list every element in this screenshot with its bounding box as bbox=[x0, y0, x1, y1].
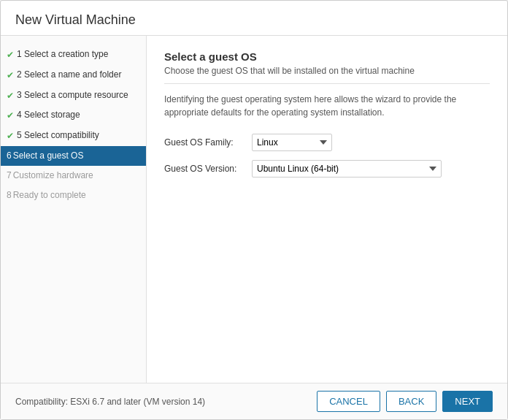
back-button[interactable]: BACK bbox=[386, 391, 436, 412]
sidebar-item-label: 4 Select storage bbox=[17, 109, 80, 121]
check-icon: ✔ bbox=[7, 90, 14, 102]
next-button[interactable]: NEXT bbox=[442, 391, 493, 412]
sidebar-item-label: Customize hardware bbox=[13, 169, 93, 182]
guest-os-family-row: Guest OS Family: LinuxWindowsOther bbox=[164, 134, 490, 151]
sidebar-item-step5[interactable]: ✔5 Select compatibility bbox=[1, 126, 146, 146]
step-number: 7 bbox=[7, 169, 12, 182]
sidebar: ✔1 Select a creation type✔2 Select a nam… bbox=[1, 36, 147, 383]
step-number: 6 bbox=[7, 150, 12, 162]
guest-os-version-row: Guest OS Version: Ubuntu Linux (64-bit)U… bbox=[164, 160, 490, 177]
section-title: Select a guest OS bbox=[164, 50, 490, 63]
sidebar-item-label: 2 Select a name and folder bbox=[17, 69, 121, 81]
sidebar-item-step8: 8 Ready to complete bbox=[1, 186, 146, 205]
sidebar-item-label: 5 Select compatibility bbox=[17, 129, 99, 142]
new-vm-dialog: New Virtual Machine ✔1 Select a creation… bbox=[0, 0, 508, 420]
sidebar-item-label: 1 Select a creation type bbox=[17, 48, 108, 61]
compatibility-text: Compatibility: ESXi 6.7 and later (VM ve… bbox=[15, 397, 205, 407]
footer: Compatibility: ESXi 6.7 and later (VM ve… bbox=[1, 383, 507, 419]
guest-os-family-select[interactable]: LinuxWindowsOther bbox=[252, 134, 332, 151]
main-content: Select a guest OS Choose the guest OS th… bbox=[147, 36, 507, 383]
sidebar-item-label: Ready to complete bbox=[13, 189, 86, 202]
sidebar-item-step6[interactable]: 6 Select a guest OS bbox=[1, 146, 146, 166]
description: Identifying the guest operating system h… bbox=[164, 93, 490, 119]
step-number: 8 bbox=[7, 189, 12, 202]
sidebar-item-step3[interactable]: ✔3 Select a compute resource bbox=[1, 85, 146, 106]
sidebar-item-step2[interactable]: ✔2 Select a name and folder bbox=[1, 65, 146, 85]
sidebar-item-step7: 7 Customize hardware bbox=[1, 166, 146, 186]
check-icon: ✔ bbox=[7, 110, 14, 122]
dialog-header: New Virtual Machine bbox=[1, 1, 507, 36]
check-icon: ✔ bbox=[7, 130, 14, 142]
dialog-title: New Virtual Machine bbox=[15, 12, 493, 28]
cancel-button[interactable]: CANCEL bbox=[317, 391, 380, 412]
guest-os-family-label: Guest OS Family: bbox=[164, 137, 252, 148]
guest-os-version-select[interactable]: Ubuntu Linux (64-bit)Ubuntu Linux (32-bi… bbox=[252, 160, 442, 177]
check-icon: ✔ bbox=[7, 69, 14, 82]
sidebar-item-label: Select a guest OS bbox=[13, 150, 84, 162]
sidebar-item-step1[interactable]: ✔1 Select a creation type bbox=[1, 45, 146, 65]
guest-os-version-label: Guest OS Version: bbox=[164, 164, 252, 174]
sidebar-item-label: 3 Select a compute resource bbox=[17, 89, 128, 102]
sidebar-item-step4[interactable]: ✔4 Select storage bbox=[1, 105, 146, 126]
dialog-body: ✔1 Select a creation type✔2 Select a nam… bbox=[1, 36, 507, 383]
check-icon: ✔ bbox=[7, 49, 14, 61]
section-subtitle: Choose the guest OS that will be install… bbox=[164, 66, 490, 84]
footer-buttons: CANCEL BACK NEXT bbox=[317, 391, 493, 412]
